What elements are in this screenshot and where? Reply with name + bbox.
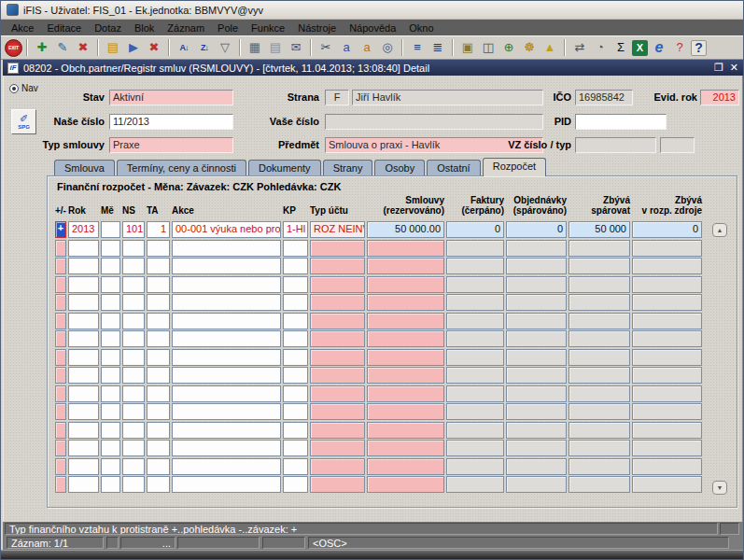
- budget-cell-r3-me[interactable]: [101, 258, 120, 274]
- budget-cell-r8-me[interactable]: [101, 349, 120, 366]
- typ-smlouvy-field[interactable]: Praxe: [109, 137, 233, 153]
- print-icon[interactable]: ▦: [246, 38, 264, 57]
- budget-cell-r11-smlouvy[interactable]: [367, 403, 444, 420]
- budget-cell-r3-zbyva-v-rozp-zdroje[interactable]: [632, 258, 702, 274]
- list-values-icon[interactable]: ≡: [408, 38, 427, 57]
- budget-cell-r1-plus[interactable]: +: [55, 221, 66, 238]
- budget-cell-r6-akce[interactable]: [172, 313, 281, 329]
- budget-cell-r4-smlouvy[interactable]: [367, 276, 444, 293]
- budget-cell-r12-kp[interactable]: [283, 422, 308, 439]
- budget-cell-r3-akce[interactable]: [172, 258, 281, 274]
- budget-cell-r10-ta[interactable]: [147, 385, 170, 402]
- menu-item-n-pov-da[interactable]: Nápověda: [343, 21, 402, 35]
- budget-cell-r6-typ-uctu[interactable]: [310, 313, 365, 329]
- budget-cell-r12-akce[interactable]: [172, 422, 281, 439]
- budget-cell-r12-zbyva-v-rozp-zdroje[interactable]: [632, 422, 702, 439]
- vz-cislo-field[interactable]: [575, 137, 656, 153]
- vase-cislo-field[interactable]: [325, 114, 543, 130]
- budget-cell-r2-typ-uctu[interactable]: [310, 240, 365, 257]
- helm-icon[interactable]: ☸: [520, 38, 539, 57]
- budget-cell-r5-ns[interactable]: [122, 294, 145, 311]
- budget-cell-r15-objednavky[interactable]: [506, 476, 567, 493]
- budget-cell-r15-akce[interactable]: [172, 476, 281, 493]
- budget-cell-r8-faktury[interactable]: [446, 349, 504, 366]
- budget-cell-r6-objednavky[interactable]: [506, 313, 567, 329]
- budget-cell-r10-kp[interactable]: [283, 385, 308, 402]
- budget-cell-r13-objednavky[interactable]: [506, 440, 567, 456]
- budget-cell-r12-smlouvy[interactable]: [367, 422, 444, 439]
- budget-cell-r5-zbyva-sparovat[interactable]: [569, 294, 630, 311]
- budget-cell-r8-ta[interactable]: [147, 349, 170, 366]
- exit-button[interactable]: EXIT: [5, 39, 22, 57]
- budget-cell-r6-plus[interactable]: [55, 313, 66, 329]
- budget-cell-r6-zbyva-sparovat[interactable]: [569, 313, 630, 329]
- budget-cell-r10-faktury[interactable]: [446, 385, 504, 402]
- budget-cell-r10-typ-uctu[interactable]: [310, 385, 365, 402]
- budget-cell-r8-plus[interactable]: [55, 349, 66, 366]
- budget-cell-r11-objednavky[interactable]: [506, 403, 567, 420]
- budget-cell-r4-ta[interactable]: [147, 276, 170, 293]
- budget-cell-r1-typ-uctu[interactable]: ROZ NEINV: [310, 221, 365, 238]
- budget-cell-r7-rok[interactable]: [68, 330, 99, 347]
- menu-item-pole[interactable]: Pole: [211, 21, 245, 35]
- restore-window-button[interactable]: ❐: [714, 62, 723, 74]
- budget-cell-r7-objednavky[interactable]: [506, 330, 567, 347]
- budget-cell-r2-smlouvy[interactable]: [367, 240, 444, 257]
- budget-cell-r13-faktury[interactable]: [446, 440, 504, 456]
- budget-cell-r5-kp[interactable]: [283, 294, 308, 311]
- budget-cell-r15-rok[interactable]: [68, 476, 99, 493]
- budget-cell-r12-plus[interactable]: [55, 422, 66, 439]
- budget-cell-r5-me[interactable]: [101, 294, 120, 311]
- excel-icon[interactable]: X: [632, 40, 648, 56]
- record-edit-icon[interactable]: ✎: [53, 38, 72, 57]
- budget-cell-r4-ns[interactable]: [122, 276, 145, 293]
- budget-cell-r15-ta[interactable]: [147, 476, 170, 493]
- budget-cell-r4-zbyva-sparovat[interactable]: [569, 276, 630, 293]
- budget-cell-r1-objednavky[interactable]: 0: [506, 221, 567, 238]
- budget-cell-r3-rok[interactable]: [68, 258, 99, 274]
- budget-cell-r8-rok[interactable]: [68, 349, 99, 366]
- stav-field[interactable]: Aktivní: [109, 90, 233, 105]
- menu-item-n-stroje[interactable]: Nástroje: [291, 21, 343, 35]
- budget-cell-r13-ns[interactable]: [122, 440, 145, 456]
- budget-cell-r5-akce[interactable]: [172, 294, 281, 311]
- clipboard-transfer-icon[interactable]: ▣: [458, 38, 477, 57]
- budget-cell-r11-akce[interactable]: [172, 403, 281, 420]
- menu-item-okno[interactable]: Okno: [402, 21, 440, 35]
- budget-cell-r8-zbyva-sparovat[interactable]: [569, 349, 630, 366]
- budget-cell-r5-rok[interactable]: [68, 294, 99, 311]
- menu-item-z-znam[interactable]: Záznam: [161, 21, 211, 35]
- budget-cell-r6-ta[interactable]: [147, 313, 170, 329]
- budget-cell-r1-ta[interactable]: 1: [147, 221, 170, 238]
- budget-cell-r14-akce[interactable]: [172, 458, 281, 475]
- budget-cell-r7-ns[interactable]: [122, 330, 145, 347]
- budget-cell-r9-me[interactable]: [101, 367, 120, 384]
- tab-ostatní[interactable]: Ostatní: [427, 160, 480, 176]
- budget-cell-r1-faktury[interactable]: 0: [446, 221, 504, 238]
- budget-cell-r8-smlouvy[interactable]: [367, 349, 444, 366]
- help-context-icon[interactable]: ?: [670, 38, 689, 57]
- copy-field-icon[interactable]: a: [337, 38, 356, 57]
- budget-cell-r12-me[interactable]: [101, 422, 120, 439]
- budget-cell-r6-zbyva-v-rozp-zdroje[interactable]: [632, 313, 702, 329]
- budget-cell-r8-ns[interactable]: [122, 349, 145, 366]
- budget-cell-r12-typ-uctu[interactable]: [310, 422, 365, 439]
- budget-cell-r12-ns[interactable]: [122, 422, 145, 439]
- budget-cell-r9-akce[interactable]: [172, 367, 281, 384]
- cut-icon[interactable]: ✂: [316, 38, 335, 57]
- budget-cell-r13-plus[interactable]: [55, 440, 66, 456]
- budget-cell-r2-rok[interactable]: [68, 240, 99, 257]
- budget-cell-r11-zbyva-sparovat[interactable]: [569, 403, 630, 420]
- budget-cell-r9-smlouvy[interactable]: [367, 367, 444, 384]
- budget-cell-r14-kp[interactable]: [283, 458, 308, 475]
- budget-cell-r1-kp[interactable]: 1-Hl: [283, 221, 308, 238]
- budget-cell-r1-ns[interactable]: 101: [122, 221, 145, 238]
- budget-cell-r3-zbyva-sparovat[interactable]: [569, 258, 630, 274]
- budget-cell-r9-rok[interactable]: [68, 367, 99, 384]
- budget-cell-r6-kp[interactable]: [283, 313, 308, 329]
- budget-cell-r7-zbyva-sparovat[interactable]: [569, 330, 630, 347]
- budget-cell-r10-rok[interactable]: [68, 385, 99, 402]
- budget-cell-r2-zbyva-v-rozp-zdroje[interactable]: [632, 240, 702, 257]
- record-insert-icon[interactable]: ✚: [33, 38, 51, 57]
- budget-cell-r14-objednavky[interactable]: [506, 458, 567, 475]
